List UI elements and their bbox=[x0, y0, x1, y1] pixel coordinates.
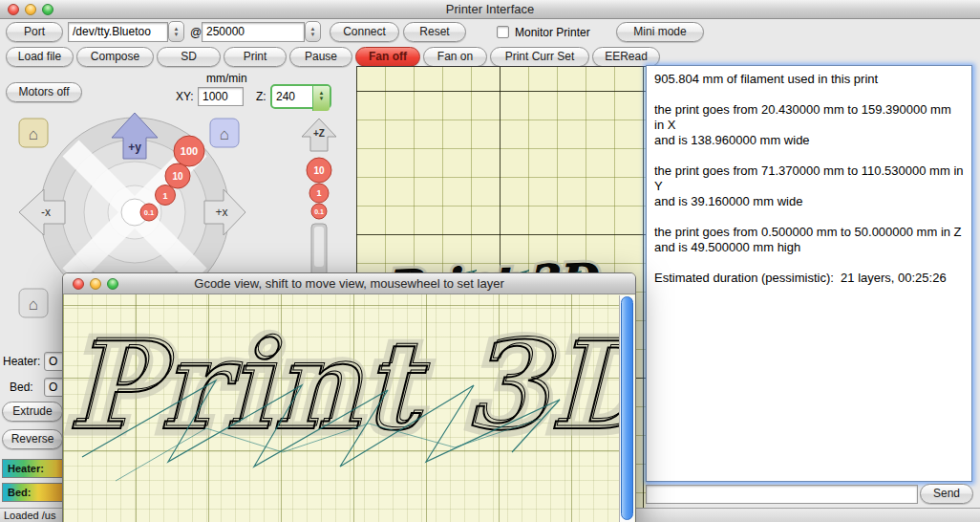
compose-button[interactable]: Compose bbox=[76, 47, 154, 67]
fan-off-button[interactable]: Fan off bbox=[355, 47, 420, 67]
home-z-button[interactable]: ⌂ bbox=[19, 289, 48, 317]
gcode-canvas[interactable]: Print 3D Print 3D Print 3D bbox=[63, 294, 620, 522]
jog-step-1-button[interactable]: 1 bbox=[156, 185, 176, 206]
mini-mode-button[interactable]: Mini mode bbox=[616, 22, 704, 42]
plus-y-label: +y bbox=[128, 141, 141, 154]
print-info-panel[interactable]: 905.804 mm of filament used in this prin… bbox=[646, 65, 972, 482]
load-file-button[interactable]: Load file bbox=[6, 47, 74, 67]
z-step-1-label: 1 bbox=[316, 188, 321, 198]
gcode-scrollbar-thumb[interactable] bbox=[621, 296, 633, 520]
model-infill: Print 3D bbox=[70, 313, 620, 454]
window-titlebar[interactable]: Printer Interface bbox=[0, 0, 980, 19]
home-x-button[interactable]: ⌂ bbox=[19, 119, 48, 147]
jog-step-100-button[interactable]: 100 bbox=[174, 136, 204, 166]
z-track-highlight bbox=[314, 227, 324, 267]
z-step-10-button[interactable]: 10 bbox=[307, 158, 331, 183]
z-step-01-label: 0.1 bbox=[314, 208, 324, 215]
minus-x-label: -x bbox=[41, 206, 51, 219]
window-title: Printer Interface bbox=[0, 2, 980, 16]
monitor-printer-checkbox[interactable] bbox=[497, 26, 509, 38]
home-icon: ⌂ bbox=[29, 295, 38, 314]
heater-label: Heater: bbox=[3, 355, 40, 368]
z-feed-label: Z: bbox=[256, 90, 266, 103]
z-feed-field[interactable]: 240 bbox=[272, 86, 312, 107]
heater-gauge: Heater: bbox=[2, 459, 63, 478]
step-10-label: 10 bbox=[172, 171, 183, 182]
print-curr-set-button[interactable]: Print Curr Set bbox=[490, 47, 589, 67]
z-step-10-label: 10 bbox=[313, 165, 325, 176]
port-field[interactable]: /dev/tty.Bluetoo bbox=[68, 22, 168, 42]
z-plus-label: +Z bbox=[313, 128, 325, 139]
port-button[interactable]: Port bbox=[6, 22, 63, 42]
xy-feed-label: XY: bbox=[176, 90, 194, 103]
z-feed-field-group: 240 ▲ ▼ bbox=[270, 84, 331, 109]
jog-step-01-button[interactable]: 0.1 bbox=[140, 204, 158, 221]
fan-on-button[interactable]: Fan on bbox=[423, 47, 487, 67]
z-feed-stepper[interactable]: ▲ ▼ bbox=[312, 86, 330, 111]
pause-button[interactable]: Pause bbox=[289, 47, 352, 67]
arrow-down-icon[interactable]: ▼ bbox=[169, 32, 183, 37]
step-01-label: 0.1 bbox=[144, 208, 154, 217]
z-step-1-button[interactable]: 1 bbox=[309, 184, 329, 203]
eeread-button[interactable]: EERead bbox=[592, 47, 660, 67]
send-button[interactable]: Send bbox=[920, 484, 973, 504]
baud-stepper[interactable]: ▲ ▼ bbox=[305, 21, 321, 42]
sd-button[interactable]: SD bbox=[157, 47, 221, 67]
gcode-window[interactable]: Gcode view, shift to move view, mousewhe… bbox=[62, 272, 636, 522]
gcode-window-title: Gcode view, shift to move view, mousewhe… bbox=[63, 276, 635, 291]
command-input[interactable] bbox=[646, 485, 918, 504]
z-plus-button[interactable]: +Z bbox=[302, 119, 336, 151]
step-100-label: 100 bbox=[181, 145, 198, 157]
home-icon: ⌂ bbox=[29, 125, 38, 143]
gcode-print-preview: Print 3D Print 3D Print 3D bbox=[63, 294, 620, 522]
at-label: @ bbox=[190, 26, 202, 39]
reverse-button[interactable]: Reverse bbox=[2, 429, 63, 449]
home-icon: ⌂ bbox=[220, 125, 229, 143]
baud-field[interactable]: 250000 bbox=[202, 22, 305, 42]
connect-button[interactable]: Connect bbox=[330, 22, 399, 42]
monitor-printer-label: Monitor Printer bbox=[515, 26, 590, 39]
motors-off-button[interactable]: Motors off bbox=[6, 82, 82, 102]
arrow-down-icon[interactable]: ▼ bbox=[313, 96, 330, 101]
reset-button[interactable]: Reset bbox=[403, 22, 466, 42]
z-step-01-button[interactable]: 0.1 bbox=[311, 204, 327, 219]
plus-x-label: +x bbox=[215, 206, 227, 219]
gcode-titlebar[interactable]: Gcode view, shift to move view, mousewhe… bbox=[63, 273, 635, 294]
bed-gauge: Bed: bbox=[2, 483, 63, 502]
print-button[interactable]: Print bbox=[224, 47, 287, 67]
jog-step-10-button[interactable]: 10 bbox=[165, 163, 190, 188]
extrude-button[interactable]: Extrude bbox=[2, 402, 63, 422]
printer-interface-window: Printer Interface Port /dev/tty.Bluetoo … bbox=[0, 0, 980, 522]
bed-label: Bed: bbox=[10, 381, 33, 394]
status-text: Loaded /us bbox=[4, 510, 55, 521]
arrow-down-icon[interactable]: ▼ bbox=[306, 32, 320, 37]
home-y-button[interactable]: ⌂ bbox=[210, 119, 239, 147]
gcode-scrollbar[interactable] bbox=[619, 295, 634, 522]
feedrate-units-label: mm/min bbox=[206, 72, 247, 85]
step-1-label: 1 bbox=[162, 191, 167, 201]
port-stepper[interactable]: ▲ ▼ bbox=[168, 21, 184, 42]
xy-feed-field[interactable]: 1000 bbox=[198, 87, 244, 106]
